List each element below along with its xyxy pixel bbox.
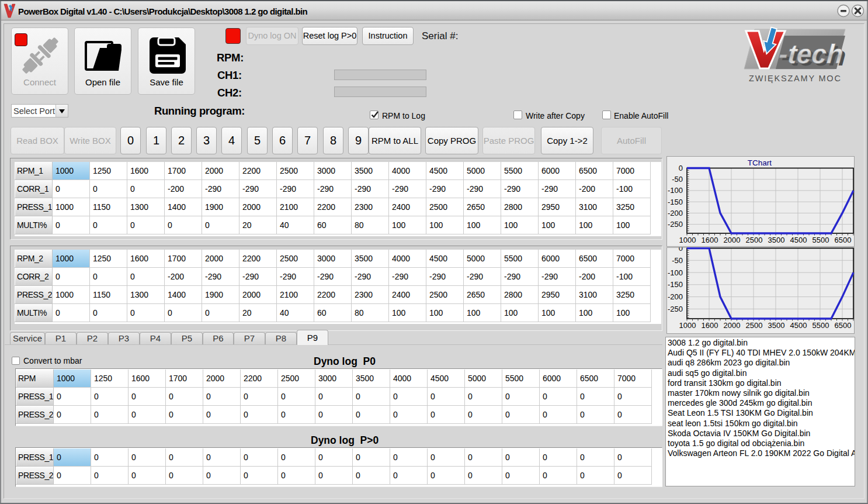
svg-text:-250: -250 xyxy=(668,305,683,313)
svg-text:ZWIĘKSZAMY MOC: ZWIĘKSZAMY MOC xyxy=(749,74,842,83)
svg-text:-150: -150 xyxy=(668,280,683,289)
svg-text:TChart: TChart xyxy=(748,158,772,167)
svg-text:-50: -50 xyxy=(672,256,683,265)
svg-text:2000: 2000 xyxy=(724,321,741,330)
svg-text:2500: 2500 xyxy=(746,236,763,244)
svg-text:5500: 5500 xyxy=(813,321,829,330)
svg-text:0: 0 xyxy=(679,247,683,253)
svg-text:5500: 5500 xyxy=(813,236,829,244)
svg-text:-250: -250 xyxy=(668,220,683,229)
svg-text:2000: 2000 xyxy=(724,236,741,244)
svg-text:0: 0 xyxy=(679,164,683,172)
svg-text:-150: -150 xyxy=(668,198,683,206)
svg-text:6500: 6500 xyxy=(835,321,852,330)
svg-text:-50: -50 xyxy=(672,175,683,184)
svg-text:1600: 1600 xyxy=(702,321,718,330)
svg-text:-tech: -tech xyxy=(778,39,845,69)
svg-text:4500: 4500 xyxy=(790,321,807,330)
svg-text:4500: 4500 xyxy=(790,236,807,244)
svg-text:-100: -100 xyxy=(668,268,683,277)
svg-text:3500: 3500 xyxy=(768,321,785,330)
svg-text:2500: 2500 xyxy=(746,321,763,330)
svg-text:-100: -100 xyxy=(668,186,683,195)
svg-text:6500: 6500 xyxy=(835,236,852,244)
svg-text:1000: 1000 xyxy=(679,321,696,330)
svg-text:-200: -200 xyxy=(668,292,683,301)
svg-text:-200: -200 xyxy=(668,209,683,218)
svg-text:1600: 1600 xyxy=(702,236,718,244)
svg-text:1000: 1000 xyxy=(679,236,696,244)
svg-text:3500: 3500 xyxy=(768,236,785,244)
